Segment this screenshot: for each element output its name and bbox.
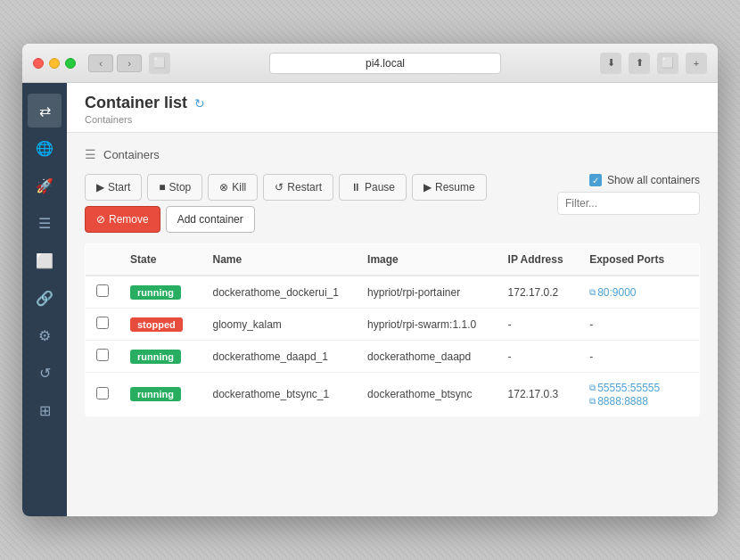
new-tab-icon[interactable]: ⬜: [657, 53, 678, 74]
pause-icon: ⏸: [350, 181, 361, 194]
sidebar-item-settings[interactable]: ⚙: [28, 318, 62, 352]
filter-input[interactable]: [557, 192, 700, 215]
page-title-row: Container list ↻: [85, 94, 700, 112]
start-label: Start: [108, 181, 130, 194]
download-icon[interactable]: ⬇: [600, 53, 621, 74]
sidebar-item-network[interactable]: 🌐: [28, 131, 62, 165]
close-button[interactable]: [33, 58, 44, 69]
row1-state-badge: running: [130, 285, 181, 300]
row4-state-badge: running: [130, 387, 181, 401]
sidebar-item-list[interactable]: ☰: [28, 206, 62, 240]
section-label: Containers: [103, 148, 160, 161]
share-icon[interactable]: ⬆: [629, 53, 650, 74]
refresh-icon[interactable]: ↻: [194, 96, 205, 111]
remove-button[interactable]: ⊘ Remove: [85, 206, 160, 233]
right-controls: ✓ Show all containers: [557, 174, 700, 215]
row4-image: dockerathome_btsync: [357, 373, 497, 416]
row2-checkbox[interactable]: [96, 317, 109, 329]
row3-image: dockerathome_daapd: [357, 341, 497, 373]
row3-check: [86, 341, 120, 373]
address-bar-container: pi4.local: [177, 53, 593, 74]
row2-image: hypriot/rpi-swarm:1.1.0: [357, 309, 497, 341]
show-all-checkbox[interactable]: ✓: [589, 174, 602, 186]
row4-port-link-2[interactable]: 8888:8888: [589, 395, 648, 408]
restart-icon: ↺: [275, 181, 284, 194]
row4-name: dockerathome_btsync_1: [201, 373, 357, 416]
browser-window: ‹ › ⬜ pi4.local ⬇ ⬆ ⬜ + ⇄ 🌐 🚀 ☰ ⬜ 🔗 ⚙ ↺ …: [22, 44, 718, 516]
page-title: Container list: [85, 94, 187, 112]
row4-checkbox[interactable]: [96, 387, 109, 399]
table-row: running dockerathome_btsync_1 dockeratho…: [86, 373, 700, 416]
row1-checkbox[interactable]: [96, 284, 109, 297]
show-all-label-text: Show all containers: [607, 174, 700, 186]
start-button[interactable]: ▶ Start: [85, 174, 142, 201]
row4-ip: 172.17.0.3: [497, 373, 580, 416]
sidebar-item-switch[interactable]: ⇄: [28, 94, 62, 128]
table-row: stopped gloomy_kalam hypriot/rpi-swarm:1…: [86, 309, 700, 341]
sidebar-item-container[interactable]: ⬜: [28, 243, 62, 277]
resume-icon: ▶: [423, 181, 432, 194]
col-header-state: State: [119, 244, 201, 276]
row4-ports: 55555:55555 8888:8888: [579, 373, 699, 416]
sidebar: ⇄ 🌐 🚀 ☰ ⬜ 🔗 ⚙ ↺ ⊞: [22, 83, 67, 516]
row2-name: gloomy_kalam: [201, 309, 357, 341]
main-content: Container list ↻ Containers ☰ Containers…: [67, 83, 718, 516]
restart-label: Restart: [287, 181, 322, 194]
toolbar-right: ⬇ ⬆ ⬜ +: [600, 53, 707, 74]
sidebar-item-grid[interactable]: ⊞: [28, 393, 62, 427]
row2-check: [86, 309, 120, 341]
page-body: ☰ Containers ▶ Start ■ Stop: [67, 133, 718, 431]
remove-icon: ⊘: [96, 213, 105, 226]
row1-name: dockerathome_dockerui_1: [201, 276, 357, 309]
kill-label: Kill: [232, 181, 246, 194]
show-all-containers-toggle[interactable]: ✓ Show all containers: [589, 174, 700, 186]
traffic-lights: [33, 58, 76, 69]
url-text: pi4.local: [366, 57, 405, 70]
row4-state: running: [119, 373, 201, 416]
stop-icon: ■: [159, 181, 165, 194]
row1-state: running: [119, 276, 201, 309]
row3-name: dockerathome_daapd_1: [201, 341, 357, 373]
add-tab-button[interactable]: +: [686, 53, 707, 74]
row3-state: running: [119, 341, 201, 373]
col-header-name: Name: [201, 244, 357, 276]
containers-table: State Name Image IP Address Exposed Port…: [85, 243, 700, 416]
restart-button[interactable]: ↺ Restart: [263, 174, 333, 201]
minimize-button[interactable]: [49, 58, 60, 69]
kill-button[interactable]: ⊗ Kill: [208, 174, 258, 201]
maximize-button[interactable]: [65, 58, 76, 69]
stop-label: Stop: [169, 181, 192, 194]
kill-icon: ⊗: [219, 181, 228, 194]
col-header-image: Image: [357, 244, 497, 276]
row4-port-link-1[interactable]: 55555:55555: [589, 382, 660, 394]
resume-button[interactable]: ▶ Resume: [412, 174, 487, 201]
add-container-button[interactable]: Add container: [166, 206, 255, 233]
remove-label: Remove: [109, 213, 149, 226]
button-group: ▶ Start ■ Stop ⊗ Kill ↺: [85, 174, 550, 233]
row1-port-link[interactable]: 80:9000: [589, 286, 636, 299]
row3-ip: -: [497, 341, 580, 373]
page-header: Container list ↻ Containers: [67, 83, 718, 133]
start-icon: ▶: [96, 181, 104, 194]
resume-label: Resume: [435, 181, 475, 194]
row3-checkbox[interactable]: [96, 349, 109, 361]
col-header-ports: Exposed Ports: [579, 244, 699, 276]
forward-button[interactable]: ›: [117, 54, 142, 72]
breadcrumb: Containers: [85, 114, 700, 125]
app-body: ⇄ 🌐 🚀 ☰ ⬜ 🔗 ⚙ ↺ ⊞ Container list ↻ Conta…: [22, 83, 718, 516]
pause-button[interactable]: ⏸ Pause: [339, 174, 407, 201]
address-bar[interactable]: pi4.local: [269, 53, 501, 74]
table-row: running dockerathome_daapd_1 dockerathom…: [86, 341, 700, 373]
row1-ports: 80:9000: [579, 276, 699, 309]
col-header-check: [86, 244, 120, 276]
col-header-ip: IP Address: [497, 244, 580, 276]
titlebar: ‹ › ⬜ pi4.local ⬇ ⬆ ⬜ +: [22, 44, 718, 83]
sidebar-item-refresh[interactable]: ↺: [28, 356, 62, 390]
tab-icon[interactable]: ⬜: [149, 53, 170, 74]
stop-button[interactable]: ■ Stop: [147, 174, 202, 201]
sidebar-item-deploy[interactable]: 🚀: [28, 169, 62, 202]
row3-state-badge: running: [130, 350, 181, 364]
sidebar-item-link[interactable]: 🔗: [28, 281, 62, 315]
back-button[interactable]: ‹: [88, 54, 113, 72]
section-icon: ☰: [85, 147, 96, 161]
